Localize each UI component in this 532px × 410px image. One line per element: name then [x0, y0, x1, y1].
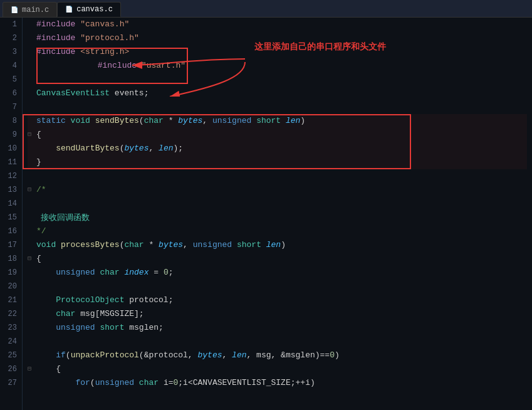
fold-18: ⊟	[28, 252, 36, 266]
code-27-char: char	[139, 376, 164, 390]
file-icon-main: 📄	[11, 6, 18, 14]
code-line-10: sendUartBytes(bytes, len);	[28, 142, 527, 155]
code-17-short: short	[237, 238, 266, 252]
code-line-18: ⊟ {	[28, 252, 527, 266]
code-line-26: ⊟ {	[28, 362, 527, 376]
code-16-comment: */	[36, 224, 46, 238]
code-4-str: "usart.h"	[142, 61, 185, 70]
code-8-bytes: bytes	[178, 114, 202, 128]
code-line-15: 接收回调函数	[28, 211, 527, 224]
fold-20	[28, 280, 36, 293]
code-26-indent: {	[36, 362, 61, 376]
tab-canvas-c[interactable]: 📄 canvas.c	[57, 2, 121, 17]
line-num-5: 5	[5, 73, 17, 87]
fold-5	[28, 73, 36, 87]
code-10-comma: ,	[149, 142, 159, 155]
code-8-comma: ,	[202, 114, 212, 128]
code-line-20	[28, 280, 527, 293]
fold-3	[28, 45, 36, 59]
fold-21	[28, 293, 36, 307]
code-10-paren1: (	[120, 142, 125, 155]
code-8-static: static	[36, 114, 71, 128]
code-line-27: for(unsigned char i=0;i<CANVASEVENTLIST_…	[28, 376, 527, 390]
editor-container: 📄 main.c 📄 canvas.c 1 2 3 4 5 6 7 8 9 10…	[0, 0, 532, 410]
code-17-bytes: bytes	[159, 238, 183, 252]
line-num-18: 18	[5, 252, 17, 266]
code-17-paren2: )	[281, 238, 286, 252]
code-line-24	[28, 335, 527, 349]
fold-11	[28, 155, 36, 169]
code-25-if: if	[56, 349, 66, 362]
line-num-17: 17	[5, 238, 17, 252]
code-8-paren2: )	[300, 114, 305, 128]
code-8-func: sendBytes	[95, 114, 139, 128]
code-17-comma: ,	[183, 238, 193, 252]
fold-9: ⊟	[28, 128, 36, 142]
code-25-bytes: bytes	[197, 349, 222, 362]
line-num-7: 7	[5, 100, 17, 114]
code-10-len: len	[159, 142, 173, 155]
code-10-bytes: bytes	[124, 142, 149, 155]
code-9-brace: {	[36, 128, 41, 142]
code-19-char: char	[100, 266, 124, 280]
code-line-22: char msg[MSGSIZE];	[28, 307, 527, 321]
line-num-6: 6	[5, 87, 17, 100]
line-num-21: 21	[5, 293, 17, 307]
code-line-8: static void sendBytes(char * bytes, unsi…	[28, 114, 527, 128]
fold-16	[28, 224, 36, 238]
code-25-indent	[36, 349, 56, 362]
code-2-include: #include	[36, 31, 80, 45]
code-line-25: if(unpackProtocol(&protocol, bytes, len,…	[28, 349, 527, 362]
fold-24	[28, 335, 36, 349]
code-25-func: unpackProtocol	[71, 349, 139, 362]
line-num-22: 22	[5, 307, 17, 321]
tab-main-c[interactable]: 📄 main.c	[3, 2, 57, 17]
line-num-13: 13	[5, 183, 17, 197]
code-area: 1 2 3 4 5 6 7 8 9 10 11 12 13 14 15 16 1…	[0, 18, 532, 410]
line-num-16: 16	[5, 224, 17, 238]
code-line-6: CanvasEventList events;	[28, 87, 527, 100]
line-num-15: 15	[5, 211, 17, 224]
line-num-1: 1	[5, 18, 17, 31]
code-8-unsigned: unsigned	[212, 114, 256, 128]
code-8-star: *	[164, 114, 178, 128]
line-num-8: 8	[5, 114, 17, 128]
fold-25	[28, 349, 36, 362]
line-num-10: 10	[5, 142, 17, 155]
code-line-23: unsigned short msglen;	[28, 321, 527, 335]
line-num-27: 27	[5, 376, 17, 390]
code-line-1: #include "canvas.h"	[28, 18, 527, 31]
line-num-26: 26	[5, 362, 17, 376]
code-27-paren1: (	[90, 376, 95, 390]
code-10-indent	[36, 142, 56, 155]
fold-13: ⊟	[28, 183, 36, 197]
code-22-indent	[36, 307, 56, 321]
fold-8	[28, 114, 36, 128]
fold-1	[28, 18, 36, 31]
code-17-star: *	[144, 238, 159, 252]
fold-10	[28, 142, 36, 155]
code-8-void: void	[71, 114, 95, 128]
annotation-text: 这里添加自己的串口程序和头文件	[254, 41, 386, 53]
fold-15	[28, 211, 36, 224]
code-line-19: unsigned char index = 0;	[28, 266, 527, 280]
code-2-str: "protocol.h"	[80, 31, 139, 45]
code-21-indent	[36, 293, 56, 307]
tab-bar: 📄 main.c 📄 canvas.c	[0, 0, 532, 18]
code-27-zero: 0	[173, 376, 178, 390]
line-num-12: 12	[5, 169, 17, 183]
code-23-short: short	[100, 321, 129, 335]
code-17-paren1: (	[120, 238, 125, 252]
fold-26: ⊟	[28, 362, 36, 376]
lines-wrapper: #include "canvas.h" #include "protocol.h…	[23, 18, 532, 390]
code-27-for: for	[75, 376, 90, 390]
line-num-11: 11	[5, 155, 17, 169]
fold-7	[28, 100, 36, 114]
code-15-chinese: 接收回调函数	[36, 211, 90, 224]
code-27-indent	[36, 376, 75, 390]
code-25-args: (&protocol,	[139, 349, 198, 362]
code-21-type: ProtocolObject	[56, 293, 129, 307]
code-17-unsigned: unsigned	[193, 238, 237, 252]
code-19-eq: =	[149, 266, 163, 280]
code-line-16: */	[28, 224, 527, 238]
